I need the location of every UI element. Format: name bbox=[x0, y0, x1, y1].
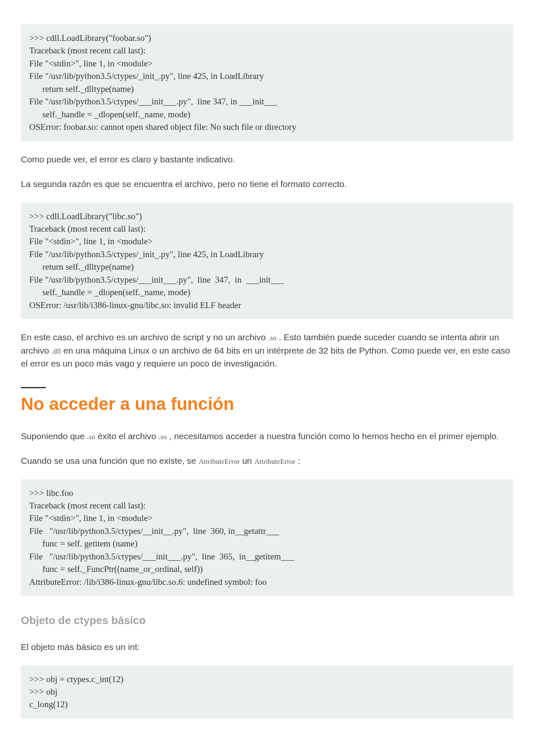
paragraph-4: Suponiendo que .so éxito el archivo .so … bbox=[21, 430, 513, 443]
paragraph-2: La segunda razón es que se encuentra el … bbox=[21, 177, 513, 191]
inline-code-attrerr-2: AttributeError bbox=[254, 458, 295, 465]
inline-code-so: .so bbox=[268, 334, 277, 342]
code-block-1: >>> cdll.LoadLibrary("foobar.so") Traceb… bbox=[21, 24, 513, 141]
para4-text-b: éxito el archivo bbox=[95, 431, 159, 441]
section-heading: No acceder a una función bbox=[21, 387, 513, 417]
heading-overline bbox=[21, 387, 46, 388]
para3-text-c: en una máquina Linux o un archivo de 64 … bbox=[21, 346, 510, 369]
para5-text-b: un bbox=[240, 456, 254, 465]
inline-code-so-2: .so bbox=[159, 433, 167, 441]
para4-text-c: , necesitamos acceder a nuestra función … bbox=[167, 431, 499, 441]
code-block-4: >>> obj = ctypes.c_int(12) >>> obj c_lon… bbox=[21, 665, 513, 718]
para5-text-c: : bbox=[295, 456, 300, 465]
inline-code-dll: .dll bbox=[52, 347, 61, 355]
paragraph-1: Como puede ver, el error es claro y bast… bbox=[21, 153, 513, 166]
sub-heading: Objeto de ctypes básico bbox=[21, 612, 513, 629]
inline-code-so-1: .so bbox=[87, 433, 96, 441]
inline-code-attrerr-1: AttributeError bbox=[199, 458, 239, 465]
paragraph-3: En este caso, el archivo es un archivo d… bbox=[21, 331, 513, 370]
section-heading-text: No acceder a una función bbox=[21, 394, 234, 414]
para5-text-a: Cuando se usa una función que no existe,… bbox=[21, 456, 199, 465]
code-block-3: >>> libc.foo Traceback (most recent call… bbox=[21, 479, 513, 596]
paragraph-6: El objeto más básico es un int: bbox=[21, 640, 513, 654]
para3-text-a: En este caso, el archivo es un archivo d… bbox=[21, 332, 268, 342]
code-block-2: >>> cdll.LoadLibrary("libc.so") Tracebac… bbox=[21, 202, 513, 319]
para4-text-a: Suponiendo que bbox=[21, 431, 87, 441]
paragraph-5: Cuando se usa una función que no existe,… bbox=[21, 454, 513, 468]
